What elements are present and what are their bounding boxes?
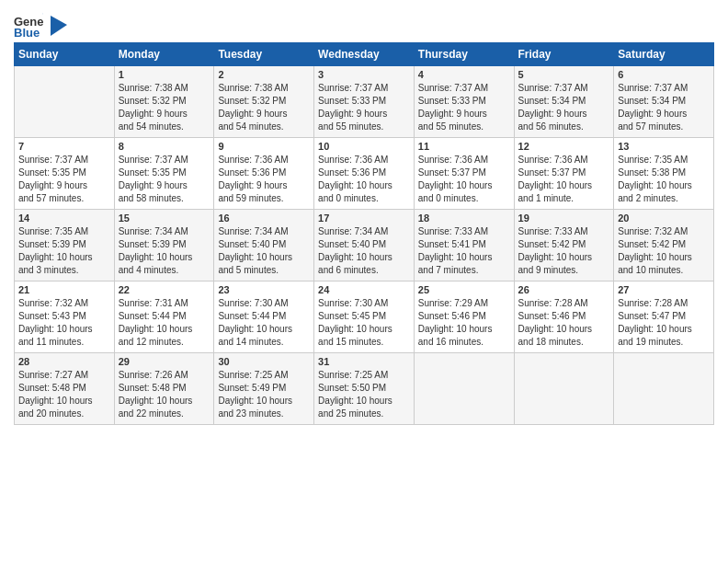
calendar-cell: 3Sunrise: 7:37 AMSunset: 5:33 PMDaylight… [314,66,415,138]
cell-info: Sunrise: 7:27 AMSunset: 5:48 PMDaylight:… [18,369,110,420]
cell-info-line: Daylight: 10 hours [318,179,410,192]
cell-info-line: Sunrise: 7:37 AM [18,154,110,167]
calendar-table: SundayMondayTuesdayWednesdayThursdayFrid… [14,42,714,425]
table-row: 21Sunrise: 7:32 AMSunset: 5:43 PMDayligh… [15,282,714,353]
cell-info-line: Sunset: 5:47 PM [618,310,710,323]
cell-info-line: Daylight: 9 hours [18,179,110,192]
calendar-cell: 7Sunrise: 7:37 AMSunset: 5:35 PMDaylight… [15,138,115,210]
day-number: 19 [518,213,610,224]
cell-info: Sunrise: 7:25 AMSunset: 5:49 PMDaylight:… [218,369,310,420]
cell-info: Sunrise: 7:38 AMSunset: 5:32 PMDaylight:… [218,82,310,133]
cell-info: Sunrise: 7:36 AMSunset: 5:37 PMDaylight:… [418,154,510,205]
page-container: General Blue SundayMondayTuesdayWednesda… [0,0,728,430]
calendar-cell: 12Sunrise: 7:36 AMSunset: 5:37 PMDayligh… [514,138,614,210]
cell-info-line: Daylight: 10 hours [119,395,210,408]
calendar-cell: 31Sunrise: 7:25 AMSunset: 5:50 PMDayligh… [314,353,415,425]
cell-info-line: and 5 minutes. [218,264,310,277]
day-number: 29 [119,356,210,367]
calendar-cell: 29Sunrise: 7:26 AMSunset: 5:48 PMDayligh… [114,353,214,425]
calendar-cell: 28Sunrise: 7:27 AMSunset: 5:48 PMDayligh… [15,353,115,425]
cell-info-line: Daylight: 10 hours [318,395,410,408]
cell-info-line: Sunrise: 7:35 AM [18,225,110,238]
cell-info: Sunrise: 7:35 AMSunset: 5:39 PMDaylight:… [18,225,110,277]
cell-info-line: Daylight: 10 hours [119,251,210,264]
cell-info-line: Daylight: 10 hours [518,251,610,264]
cell-info-line: Daylight: 10 hours [18,251,110,264]
day-number: 3 [318,69,410,80]
day-number: 25 [418,284,510,295]
calendar-cell: 21Sunrise: 7:32 AMSunset: 5:43 PMDayligh… [15,282,115,353]
day-number: 28 [18,356,110,367]
day-number: 13 [618,141,710,152]
cell-info-line: Daylight: 10 hours [418,251,510,264]
day-number: 15 [119,213,210,224]
cell-info-line: Sunrise: 7:34 AM [119,225,210,238]
cell-info-line: Sunrise: 7:38 AM [218,82,310,95]
day-number: 30 [218,356,310,367]
cell-info-line: Sunrise: 7:37 AM [618,82,710,95]
cell-info: Sunrise: 7:36 AMSunset: 5:36 PMDaylight:… [318,154,410,205]
cell-info: Sunrise: 7:32 AMSunset: 5:43 PMDaylight:… [18,297,110,349]
cell-info-line: Sunset: 5:35 PM [119,167,210,179]
table-row: 28Sunrise: 7:27 AMSunset: 5:48 PMDayligh… [15,353,714,425]
day-number: 14 [18,213,110,224]
cell-info-line: Sunrise: 7:37 AM [119,154,210,167]
cell-info-line: and 56 minutes. [518,121,610,133]
cell-info-line: Sunset: 5:50 PM [318,382,410,395]
cell-info: Sunrise: 7:29 AMSunset: 5:46 PMDaylight:… [418,297,510,349]
cell-info-line: Sunrise: 7:36 AM [218,154,310,167]
table-row: 1Sunrise: 7:38 AMSunset: 5:32 PMDaylight… [15,66,714,138]
cell-info-line: Sunset: 5:39 PM [119,238,210,251]
cell-info-line: and 54 minutes. [218,121,310,133]
cell-info-line: and 25 minutes. [318,408,410,420]
cell-info-line: Sunrise: 7:28 AM [618,297,710,310]
day-number: 1 [119,69,210,80]
cell-info: Sunrise: 7:28 AMSunset: 5:46 PMDaylight:… [518,297,610,349]
cell-info-line: Daylight: 10 hours [18,323,110,336]
cell-info-line: Daylight: 10 hours [218,251,310,264]
cell-info-line: and 57 minutes. [18,192,110,205]
day-number: 6 [618,69,710,80]
cell-info: Sunrise: 7:37 AMSunset: 5:35 PMDaylight:… [18,154,110,205]
calendar-cell: 24Sunrise: 7:30 AMSunset: 5:45 PMDayligh… [314,282,415,353]
calendar-cell: 19Sunrise: 7:33 AMSunset: 5:42 PMDayligh… [514,210,614,282]
calendar-cell: 9Sunrise: 7:36 AMSunset: 5:36 PMDaylight… [214,138,314,210]
cell-info-line: and 1 minute. [518,192,610,205]
cell-info: Sunrise: 7:33 AMSunset: 5:42 PMDaylight:… [518,225,610,277]
cell-info: Sunrise: 7:34 AMSunset: 5:40 PMDaylight:… [218,225,310,277]
day-number: 11 [418,141,510,152]
logo-arrow-icon [51,16,67,36]
cell-info-line: Daylight: 10 hours [18,395,110,408]
cell-info-line: Sunrise: 7:31 AM [119,297,210,310]
col-header-friday: Friday [514,43,614,66]
cell-info-line: Sunrise: 7:25 AM [318,369,410,382]
cell-info-line: Daylight: 9 hours [119,179,210,192]
cell-info-line: Sunrise: 7:30 AM [318,297,410,310]
day-number: 18 [418,213,510,224]
cell-info-line: Daylight: 9 hours [518,108,610,121]
col-header-sunday: Sunday [15,43,115,66]
cell-info-line: and 22 minutes. [119,408,210,420]
cell-info-line: Daylight: 10 hours [418,179,510,192]
calendar-cell: 22Sunrise: 7:31 AMSunset: 5:44 PMDayligh… [114,282,214,353]
day-number: 22 [119,284,210,295]
cell-info: Sunrise: 7:26 AMSunset: 5:48 PMDaylight:… [119,369,210,420]
calendar-cell: 27Sunrise: 7:28 AMSunset: 5:47 PMDayligh… [614,282,714,353]
cell-info: Sunrise: 7:30 AMSunset: 5:45 PMDaylight:… [318,297,410,349]
cell-info-line: and 0 minutes. [318,192,410,205]
cell-info-line: Sunrise: 7:33 AM [518,225,610,238]
cell-info: Sunrise: 7:37 AMSunset: 5:34 PMDaylight:… [618,82,710,133]
day-number: 31 [318,356,410,367]
cell-info-line: and 57 minutes. [618,121,710,133]
cell-info-line: Sunset: 5:46 PM [418,310,510,323]
calendar-cell: 16Sunrise: 7:34 AMSunset: 5:40 PMDayligh… [214,210,314,282]
svg-text:Blue: Blue [14,26,40,39]
cell-info-line: Sunrise: 7:34 AM [318,225,410,238]
col-header-thursday: Thursday [414,43,514,66]
cell-info-line: Sunset: 5:40 PM [218,238,310,251]
col-header-tuesday: Tuesday [214,43,314,66]
cell-info-line: Sunset: 5:35 PM [18,167,110,179]
cell-info: Sunrise: 7:37 AMSunset: 5:33 PMDaylight:… [318,82,410,133]
cell-info-line: Sunset: 5:43 PM [18,310,110,323]
calendar-cell: 23Sunrise: 7:30 AMSunset: 5:44 PMDayligh… [214,282,314,353]
